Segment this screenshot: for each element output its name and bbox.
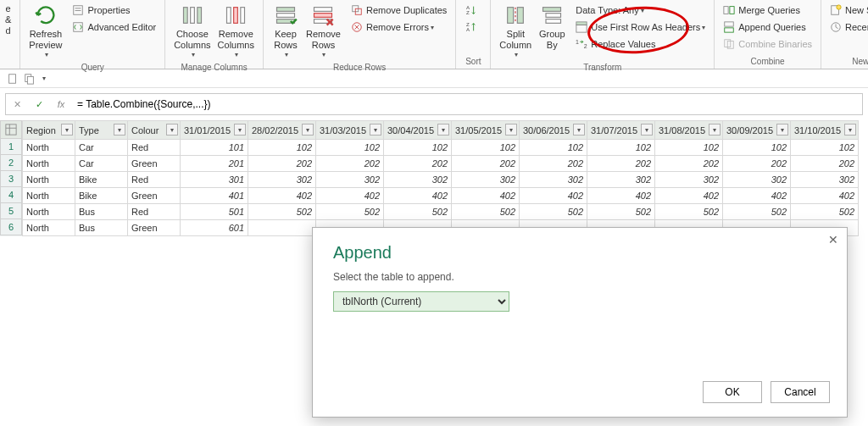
cell[interactable]: 202 xyxy=(520,156,587,172)
formula-input[interactable] xyxy=(72,94,862,114)
row-number[interactable]: 4 xyxy=(0,187,22,203)
cell[interactable]: 102 xyxy=(520,140,587,156)
cell[interactable]: Car xyxy=(75,156,128,172)
filter-dropdown-icon[interactable]: ▾ xyxy=(709,124,721,136)
append-queries-button[interactable]: Append Queries xyxy=(720,19,815,36)
cell[interactable]: 502 xyxy=(587,204,655,220)
cell[interactable]: Bus xyxy=(75,204,128,220)
cell[interactable]: 402 xyxy=(248,188,316,204)
cell[interactable]: 302 xyxy=(655,172,723,188)
cell[interactable]: 501 xyxy=(181,204,248,220)
group-by-button[interactable]: Group By xyxy=(535,2,569,53)
cell[interactable]: 202 xyxy=(791,156,859,172)
cell[interactable]: North xyxy=(23,220,75,236)
filter-dropdown-icon[interactable]: ▾ xyxy=(641,124,653,136)
cell[interactable]: 302 xyxy=(520,172,587,188)
cell[interactable]: 402 xyxy=(384,188,452,204)
column-header[interactable]: 31/05/2015▾ xyxy=(452,121,520,140)
remove-rows-button[interactable]: Remove Rows▾ xyxy=(303,2,344,61)
row-number[interactable]: 2 xyxy=(0,155,22,171)
cell[interactable]: Car xyxy=(75,140,128,156)
column-header[interactable]: 30/06/2015▾ xyxy=(520,121,587,140)
column-header[interactable]: 31/01/2015▾ xyxy=(181,121,248,140)
cell[interactable]: 402 xyxy=(655,188,723,204)
filter-dropdown-icon[interactable]: ▾ xyxy=(573,124,585,136)
filter-dropdown-icon[interactable]: ▾ xyxy=(114,124,125,136)
cell[interactable]: 202 xyxy=(452,156,520,172)
cell[interactable]: 402 xyxy=(520,188,587,204)
row-number[interactable]: 5 xyxy=(0,203,22,219)
cell[interactable]: 302 xyxy=(316,172,384,188)
copy-icon[interactable] xyxy=(24,73,36,85)
cell[interactable]: Bike xyxy=(75,172,128,188)
cell[interactable]: 302 xyxy=(452,172,520,188)
new-icon[interactable] xyxy=(7,73,19,85)
filter-dropdown-icon[interactable]: ▾ xyxy=(61,124,73,136)
dialog-close-button[interactable]: ✕ xyxy=(828,233,838,246)
filter-dropdown-icon[interactable]: ▾ xyxy=(505,124,517,136)
cell[interactable]: Bike xyxy=(75,188,128,204)
cell[interactable]: North xyxy=(23,172,75,188)
cell[interactable]: 202 xyxy=(655,156,723,172)
close-load-button[interactable]: e & d xyxy=(2,2,14,39)
combine-binaries-button[interactable]: Combine Binaries xyxy=(720,36,815,53)
filter-dropdown-icon[interactable]: ▾ xyxy=(370,124,381,136)
append-table-select[interactable]: tblNorth (Current) xyxy=(333,291,509,312)
cell[interactable]: Red xyxy=(128,172,181,188)
column-header[interactable]: Region▾ xyxy=(23,121,75,140)
column-header[interactable]: 31/08/2015▾ xyxy=(655,121,723,140)
column-header[interactable]: Type▾ xyxy=(75,121,128,140)
cell[interactable]: 102 xyxy=(384,140,452,156)
column-header[interactable]: 30/09/2015▾ xyxy=(723,121,791,140)
column-header[interactable]: 31/07/2015▾ xyxy=(587,121,655,140)
cell[interactable] xyxy=(248,220,316,236)
cell[interactable]: 102 xyxy=(723,140,791,156)
cell[interactable]: 601 xyxy=(181,220,248,236)
cell[interactable]: 302 xyxy=(384,172,452,188)
cell[interactable]: 502 xyxy=(384,204,452,220)
cell[interactable]: Red xyxy=(128,140,181,156)
caret-icon[interactable]: ▾ xyxy=(42,75,46,82)
cell[interactable]: North xyxy=(23,156,75,172)
cell[interactable]: 302 xyxy=(723,172,791,188)
first-row-headers-button[interactable]: Use First Row As Headers▾ xyxy=(572,19,709,36)
row-number[interactable]: 1 xyxy=(0,139,22,155)
merge-queries-button[interactable]: Merge Queries xyxy=(720,2,815,19)
cell[interactable]: 202 xyxy=(248,156,316,172)
cell[interactable]: 102 xyxy=(655,140,723,156)
cell[interactable]: 102 xyxy=(587,140,655,156)
cell[interactable]: 402 xyxy=(587,188,655,204)
cell[interactable]: 302 xyxy=(791,172,859,188)
advanced-editor-button[interactable]: Advanced Editor xyxy=(69,19,159,36)
choose-columns-button[interactable]: Choose Columns▾ xyxy=(170,2,214,61)
ok-button[interactable]: OK xyxy=(703,381,762,403)
column-header[interactable]: Colour▾ xyxy=(128,121,181,140)
remove-columns-button[interactable]: Remove Columns▾ xyxy=(214,2,258,61)
cell[interactable]: 101 xyxy=(181,140,248,156)
cell[interactable]: 502 xyxy=(452,204,520,220)
cell[interactable]: 502 xyxy=(791,204,859,220)
replace-values-button[interactable]: 12 Replace Values xyxy=(572,36,709,53)
cell[interactable]: North xyxy=(23,140,75,156)
data-type-button[interactable]: Data Type: Any▾ xyxy=(572,2,709,19)
cell[interactable]: Green xyxy=(128,188,181,204)
properties-button[interactable]: Properties xyxy=(69,2,159,19)
cell[interactable]: 502 xyxy=(723,204,791,220)
cell[interactable]: 302 xyxy=(248,172,316,188)
cell[interactable]: 301 xyxy=(181,172,248,188)
cell[interactable]: 401 xyxy=(181,188,248,204)
filter-dropdown-icon[interactable]: ▾ xyxy=(166,124,178,136)
refresh-preview-button[interactable]: Refresh Preview▾ xyxy=(25,2,65,61)
column-header[interactable]: 31/03/2015▾ xyxy=(316,121,384,140)
cell[interactable]: 102 xyxy=(248,140,316,156)
cell[interactable]: 502 xyxy=(316,204,384,220)
row-number[interactable]: 3 xyxy=(0,171,22,187)
cell[interactable]: 202 xyxy=(723,156,791,172)
cell[interactable]: 402 xyxy=(316,188,384,204)
table-corner[interactable] xyxy=(0,120,22,139)
cell[interactable]: Bus xyxy=(75,220,128,236)
cell[interactable]: 102 xyxy=(316,140,384,156)
cell[interactable]: 202 xyxy=(384,156,452,172)
formula-cancel-button[interactable]: ✕ xyxy=(6,94,28,114)
cell[interactable]: 402 xyxy=(723,188,791,204)
